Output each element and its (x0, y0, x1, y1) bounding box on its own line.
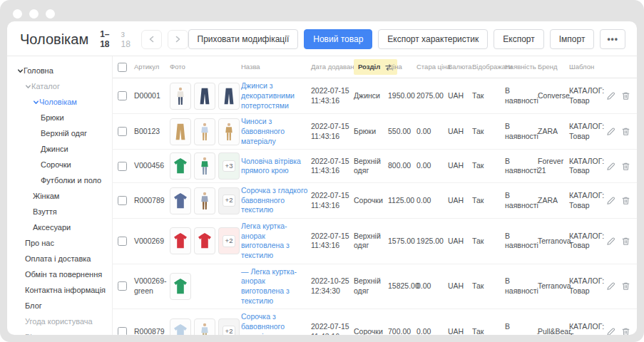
pagination-prev-button[interactable] (141, 30, 162, 49)
row-checkbox[interactable] (118, 327, 127, 335)
sidebar-item-about[interactable]: Про нас (7, 235, 112, 251)
product-photo-top-icon (172, 190, 189, 212)
col-old-price[interactable]: Стара ціна (416, 60, 448, 74)
delete-button[interactable] (621, 237, 630, 246)
more-photos-thumbnail[interactable]: +2 (218, 227, 240, 254)
col-brand[interactable]: Бренд (538, 60, 569, 74)
section-cell: Брюки (354, 124, 388, 140)
sidebar-item-men[interactable]: Чоловікам (7, 94, 112, 110)
sidebar-item-jeans[interactable]: Джинси (7, 141, 112, 157)
edit-button[interactable] (606, 91, 615, 100)
product-photo-thumbnail[interactable] (218, 83, 240, 110)
col-template-label: Шаблон (569, 63, 594, 71)
product-name-link[interactable]: Легка куртка-анорак виготовлена з тексти… (241, 222, 308, 261)
delete-button[interactable] (621, 162, 630, 171)
row-checkbox[interactable] (118, 91, 127, 100)
product-photo-thumbnail[interactable] (194, 152, 215, 180)
col-photo[interactable]: Фото (170, 60, 241, 74)
export-characteristics-button[interactable]: Експорт характеристик (378, 29, 488, 49)
delete-button[interactable] (621, 127, 630, 136)
sidebar-item-shirts[interactable]: Сорочки (7, 157, 112, 172)
product-photo-thumbnail[interactable] (170, 152, 191, 180)
sidebar-item-tshirts-polo[interactable]: Футболки и поло (7, 172, 112, 188)
edit-button[interactable] (606, 327, 615, 335)
more-photos-thumbnail[interactable]: +2 (218, 318, 240, 335)
row-checkbox[interactable] (118, 162, 127, 171)
sidebar-item-blog[interactable]: Блог (7, 298, 112, 314)
product-photo-thumbnail[interactable] (194, 227, 215, 254)
pagination-total: з 18 (121, 29, 136, 49)
delete-button[interactable] (621, 91, 630, 100)
delete-button[interactable] (621, 196, 630, 205)
sidebar-item-user-agreement[interactable]: Угода користувача (7, 314, 112, 329)
col-actions[interactable] (606, 64, 630, 70)
product-name-link[interactable]: Сорочка з гладкого бавовняного текстилю (241, 186, 308, 215)
new-product-button[interactable]: Новий товар (304, 29, 372, 49)
pagination-next-button[interactable] (168, 30, 188, 49)
product-photo-thumbnail[interactable] (170, 118, 191, 145)
more-photos-thumbnail[interactable]: +3 (218, 152, 240, 180)
row-checkbox[interactable] (118, 237, 127, 246)
edit-button[interactable] (606, 237, 615, 246)
table-header-row: АртикулФотоНазваДата додаванняРозділЦіна… (113, 56, 637, 78)
product-photo-thumbnail[interactable] (170, 187, 191, 214)
sidebar-item-accessories-label: Аксесуари (33, 223, 71, 232)
product-photo-thumbnail[interactable] (194, 118, 215, 145)
window-control-minimize[interactable] (29, 9, 39, 19)
sidebar-item-contacts[interactable]: Контактна інформація (7, 282, 112, 298)
row-checkbox[interactable] (118, 281, 127, 291)
product-photo-thumbnail[interactable] (170, 83, 191, 110)
more-button[interactable]: ••• (600, 29, 625, 49)
product-photo-thumbnail[interactable] (194, 83, 215, 110)
delete-button[interactable] (621, 327, 630, 335)
availability-cell: В наявності (505, 83, 538, 108)
select-all-checkbox[interactable] (118, 63, 127, 72)
sidebar-item-trousers[interactable]: Брюки (7, 110, 112, 125)
product-name-link[interactable]: Джинси з декоративними потертостями (241, 81, 308, 110)
sidebar-item-exchange-return[interactable]: Обмін та повернення (7, 266, 112, 282)
sidebar-item-catalog[interactable]: Каталог (7, 78, 112, 94)
col-currency[interactable]: Валюта (448, 60, 472, 74)
date-value: 2022-07-15 (311, 86, 351, 96)
col-name[interactable]: Назва (241, 60, 311, 74)
product-name-link[interactable]: Сорочка з бавовняного матеріалу притален… (241, 312, 308, 335)
product-photo-thumbnail[interactable] (170, 273, 191, 300)
sidebar-item-outerwear[interactable]: Верхній одяг (7, 125, 112, 141)
col-artikul[interactable]: Артикул (134, 60, 170, 74)
window-control-close[interactable] (13, 9, 22, 19)
product-photo-thumbnail[interactable] (194, 187, 215, 214)
col-availability[interactable]: Наявність (505, 60, 538, 74)
product-name-link[interactable]: — Легка куртка-анорак виготовлена з текс… (241, 267, 308, 306)
product-photo-thumbnail[interactable] (170, 318, 191, 335)
col-template[interactable]: Шаблон (569, 60, 606, 74)
col-price[interactable]: Ціна (388, 60, 416, 74)
product-photo-thumbnail[interactable] (218, 118, 240, 145)
product-photo-thumbnail[interactable] (194, 318, 215, 335)
display-cell: Так (472, 88, 505, 104)
edit-button[interactable] (606, 162, 615, 171)
row-checkbox[interactable] (118, 127, 127, 136)
sidebar-item-payment-delivery[interactable]: Оплата і доставка (7, 251, 112, 266)
edit-button[interactable] (606, 127, 615, 136)
edit-button[interactable] (606, 281, 615, 291)
edit-icon (606, 162, 615, 171)
sidebar-item-home[interactable]: Головна (7, 63, 112, 78)
hide-modifications-button[interactable]: Приховати модифікації (188, 29, 299, 49)
sidebar-item-accessories[interactable]: Аксесуари (7, 219, 112, 235)
sidebar-item-store-reviews[interactable]: Відгуки про магазин (7, 329, 112, 335)
window-control-maximize[interactable] (46, 9, 55, 19)
sidebar-item-shoes[interactable]: Взуття (7, 204, 112, 219)
product-name-link[interactable]: Чоловіча вітрівка прямого крою (241, 157, 308, 176)
col-date-added[interactable]: Дата додавання (311, 60, 354, 74)
sidebar-item-women[interactable]: Жінкам (7, 188, 112, 204)
col-display[interactable]: Відображати (472, 60, 505, 74)
row-checkbox[interactable] (118, 196, 127, 205)
delete-button[interactable] (621, 281, 630, 291)
import-button[interactable]: Імпорт (550, 29, 595, 49)
export-button[interactable]: Експорт (494, 29, 543, 49)
product-photo-thumbnail[interactable] (170, 227, 191, 254)
template-cell: КАТАЛОГ: Товар (569, 274, 606, 299)
more-photos-thumbnail[interactable]: +2 (218, 187, 240, 214)
product-name-link[interactable]: Чиноси з бавовняного матеріалу (241, 117, 308, 146)
edit-button[interactable] (606, 196, 615, 205)
